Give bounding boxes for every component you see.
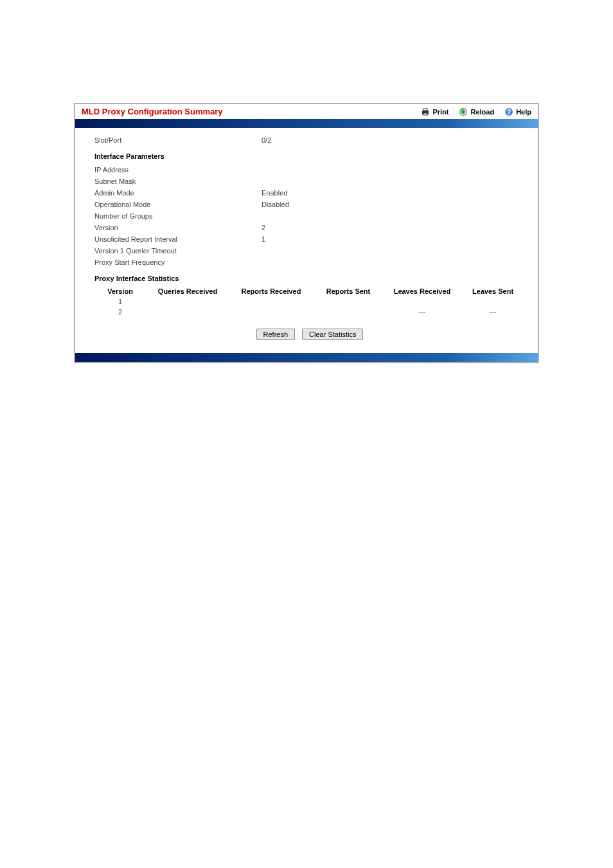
- operational-mode-value: Disabled: [262, 201, 525, 208]
- unsolicited-report-interval-label: Unsolicited Report Interval: [94, 235, 262, 243]
- unsolicited-report-interval-value: 1: [262, 235, 525, 243]
- slot-port-value: 0/2: [262, 136, 525, 144]
- top-blue-bar: [75, 119, 538, 128]
- unsolicited-report-interval-row: Unsolicited Report Interval 1: [94, 233, 525, 245]
- subnet-mask-label: Subnet Mask: [94, 177, 262, 185]
- subnet-mask-value: [262, 177, 525, 185]
- ip-address-label: IP Address: [94, 166, 262, 174]
- admin-mode-value: Enabled: [262, 189, 525, 197]
- number-of-groups-label: Number of Groups: [94, 212, 262, 220]
- cell-qr: [146, 308, 229, 316]
- v1-querier-timeout-row: Version 1 Querier Timeout: [94, 245, 525, 257]
- ip-address-row: IP Address: [94, 164, 525, 176]
- svg-rect-1: [423, 109, 427, 111]
- print-icon: [421, 107, 430, 116]
- version-row: Version 2: [94, 222, 525, 233]
- cell-version: 2: [94, 308, 146, 316]
- cell-lr: ---: [384, 308, 461, 316]
- header-leaves-received: Leaves Received: [384, 287, 461, 295]
- admin-mode-label: Admin Mode: [94, 189, 262, 197]
- stats-header-row: Version Queries Received Reports Receive…: [94, 286, 525, 296]
- number-of-groups-value: [262, 212, 525, 220]
- table-row: 1: [94, 296, 525, 307]
- slot-port-label: Slot/Port: [94, 136, 262, 144]
- v1-querier-timeout-value: [262, 247, 525, 255]
- cell-rr: [229, 298, 313, 305]
- interface-parameters-heading: Interface Parameters: [94, 152, 525, 160]
- cell-ls: ---: [461, 308, 525, 316]
- operational-mode-row: Operational Mode Disabled: [94, 199, 525, 210]
- reload-label: Reload: [470, 108, 494, 116]
- clear-statistics-button[interactable]: Clear Statistics: [302, 329, 363, 340]
- cell-version: 1: [94, 298, 146, 305]
- page-title: MLD Proxy Configuration Summary: [82, 107, 223, 116]
- header-reports-sent: Reports Sent: [313, 287, 384, 295]
- header-queries-received: Queries Received: [146, 287, 229, 295]
- table-row: 2 --- ---: [94, 307, 525, 317]
- help-label: Help: [516, 108, 531, 116]
- cell-rr: [229, 308, 313, 316]
- refresh-button[interactable]: Refresh: [256, 329, 296, 340]
- ip-address-value: [262, 166, 525, 174]
- slot-port-row: Slot/Port 0/2: [94, 134, 525, 146]
- subnet-mask-row: Subnet Mask: [94, 176, 525, 187]
- cell-rs: [313, 298, 384, 305]
- cell-qr: [146, 298, 229, 305]
- help-icon: ?: [504, 107, 513, 116]
- reload-icon: [459, 107, 468, 116]
- header-leaves-sent: Leaves Sent: [461, 287, 525, 295]
- bottom-blue-bar: [75, 353, 538, 362]
- proxy-start-frequency-label: Proxy Start Frequency: [94, 258, 262, 266]
- proxy-interface-statistics-heading: Proxy Interface Statistics: [94, 275, 525, 282]
- operational-mode-label: Operational Mode: [94, 201, 262, 208]
- version-label: Version: [94, 224, 262, 231]
- header-version: Version: [94, 287, 146, 295]
- version-value: 2: [262, 224, 525, 231]
- proxy-start-frequency-row: Proxy Start Frequency: [94, 257, 525, 268]
- cell-ls: [461, 298, 525, 305]
- print-button[interactable]: Print: [421, 107, 449, 116]
- proxy-start-frequency-value: [262, 258, 525, 266]
- v1-querier-timeout-label: Version 1 Querier Timeout: [94, 247, 262, 255]
- cell-rs: [313, 308, 384, 316]
- reload-button[interactable]: Reload: [459, 107, 494, 116]
- svg-text:?: ?: [507, 109, 511, 116]
- cell-lr: [384, 298, 461, 305]
- admin-mode-row: Admin Mode Enabled: [94, 187, 525, 199]
- header-reports-received: Reports Received: [229, 287, 313, 295]
- help-button[interactable]: ? Help: [504, 107, 531, 116]
- stats-table: Version Queries Received Reports Receive…: [94, 286, 525, 317]
- print-label: Print: [432, 108, 449, 116]
- number-of-groups-row: Number of Groups: [94, 210, 525, 222]
- svg-rect-2: [423, 113, 427, 115]
